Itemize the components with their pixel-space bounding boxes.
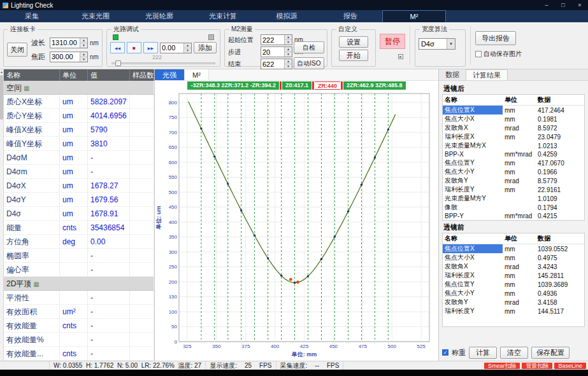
- table-row[interactable]: D4σMum-: [4, 151, 154, 165]
- table-section-row[interactable]: 空间▦: [4, 81, 154, 95]
- results-row[interactable]: 瑞利长度Ymm144.5117: [443, 307, 584, 316]
- step-spinner[interactable]: ▲▼: [284, 47, 292, 57]
- table-row[interactable]: 平滑性-: [4, 291, 154, 305]
- results-tab-数据[interactable]: 数据: [439, 69, 466, 80]
- width-algorithm-select[interactable]: D4σ ▼: [419, 38, 455, 50]
- table-row[interactable]: 有效能量%-: [4, 333, 154, 347]
- stop-button[interactable]: ■: [127, 42, 141, 53]
- table-row[interactable]: 有效能量cnts-: [4, 319, 154, 333]
- results-row[interactable]: 瑞利长度Ymm22.9161: [443, 185, 584, 194]
- status-button-BaseLine[interactable]: BaseLine: [554, 363, 586, 369]
- results-row[interactable]: 焦点大小Ymm0.1966: [443, 167, 584, 176]
- weigh-checkbox[interactable]: ✓: [442, 349, 448, 356]
- results-row[interactable]: 像散0.1794: [443, 203, 584, 212]
- end-pos-value[interactable]: [261, 59, 284, 69]
- clear-button[interactable]: 清空: [500, 347, 528, 359]
- focal-input[interactable]: ▲▼: [50, 52, 88, 62]
- wavelength-value[interactable]: [50, 38, 80, 48]
- step-value[interactable]: [261, 47, 284, 57]
- results-row[interactable]: 发散角Xmrad3.4243: [443, 262, 584, 271]
- results-row[interactable]: 焦点大小Xmm0.4975: [443, 253, 584, 262]
- results-row[interactable]: BPP-Ymm*mrad0.4215: [443, 212, 584, 220]
- end-pos-input[interactable]: ▲▼: [261, 59, 292, 69]
- table-row[interactable]: 能量cnts35436854: [4, 221, 154, 235]
- end-pos-spinner[interactable]: ▲▼: [284, 59, 292, 69]
- results-row[interactable]: 瑞利长度Xmm145.2811: [443, 271, 584, 280]
- results-row[interactable]: 焦点大小Ymm0.4936: [443, 289, 584, 298]
- results-row[interactable]: 发散角Ymrad8.5779: [443, 176, 584, 185]
- chart-tab-M²[interactable]: M²: [185, 69, 209, 80]
- calculate-button[interactable]: 计算: [469, 347, 497, 359]
- table-row[interactable]: 方位角deg0.00: [4, 235, 154, 249]
- menu-tab-光斑轮廓[interactable]: 光斑轮廓: [127, 10, 191, 22]
- results-row[interactable]: 焦点位置Xmm417.2464: [443, 106, 584, 115]
- scroll-up-icon[interactable]: ▲: [0, 70, 3, 74]
- step-forward-button[interactable]: ▶▶: [143, 42, 158, 53]
- wavelength-spinner[interactable]: ▲▼: [80, 38, 87, 48]
- close-icon[interactable]: ×: [571, 0, 588, 10]
- results-tab-计算结果[interactable]: 计算结果: [466, 69, 508, 80]
- results-row[interactable]: 光束质量M方X1.0213: [443, 141, 584, 150]
- step-back-button[interactable]: ◀◀: [110, 42, 125, 53]
- save-config-button[interactable]: 保存配置: [531, 347, 570, 359]
- table-row[interactable]: D4σXum1678.27: [4, 179, 154, 193]
- results-row[interactable]: 焦点位置Ymm1039.3689: [443, 280, 584, 289]
- position-slider[interactable]: [111, 60, 215, 66]
- table-row[interactable]: 有效面积um²-: [4, 305, 154, 319]
- wavelength-input[interactable]: ▲▼: [50, 38, 88, 48]
- spin-up-icon[interactable]: ▲: [183, 43, 191, 48]
- table-row[interactable]: D4σmum-: [4, 165, 154, 179]
- results-row[interactable]: 发散角Ymrad3.4158: [443, 298, 584, 307]
- menu-tab-采集[interactable]: 采集: [0, 10, 64, 22]
- table-row[interactable]: 峰值X坐标um5790: [4, 123, 154, 137]
- table-row[interactable]: 椭圆率-: [4, 249, 154, 263]
- results-row[interactable]: 瑞利长度Xmm23.0479: [443, 132, 584, 141]
- maximize-icon[interactable]: □: [555, 0, 571, 10]
- table-section-row[interactable]: 2D平顶▦: [4, 277, 154, 291]
- focal-value[interactable]: [50, 52, 80, 62]
- table-row[interactable]: 质心Y坐标um4014.6956: [4, 109, 154, 123]
- pause-button[interactable]: 暂停: [380, 34, 405, 49]
- table-row[interactable]: D4σum1678.91: [4, 207, 154, 221]
- auto-save-checkbox[interactable]: [475, 51, 482, 57]
- start-pos-spinner[interactable]: ▲▼: [284, 35, 292, 45]
- chart-tab-光强[interactable]: 光强: [155, 69, 185, 80]
- debug-position-value[interactable]: [161, 43, 183, 53]
- spin-up-icon[interactable]: ▲: [80, 38, 87, 43]
- menu-tab-模拟源[interactable]: 模拟源: [255, 10, 319, 22]
- spin-down-icon[interactable]: ▼: [284, 52, 292, 57]
- spin-up-icon[interactable]: ▲: [284, 59, 292, 64]
- menu-tab-M²[interactable]: M²: [382, 10, 446, 22]
- results-row[interactable]: 焦点位置Xmm1039.0552: [443, 244, 584, 254]
- slider-handle[interactable]: [115, 60, 121, 66]
- disconnect-button[interactable]: 关闭: [7, 43, 27, 57]
- spin-down-icon[interactable]: ▼: [183, 48, 191, 53]
- settings-button[interactable]: 设置: [339, 36, 368, 48]
- menu-tab-报告[interactable]: 报告: [319, 10, 382, 22]
- popout-icon[interactable]: [398, 54, 403, 59]
- table-row[interactable]: D4σYum1679.56: [4, 193, 154, 207]
- export-report-button[interactable]: 导出报告: [475, 31, 516, 45]
- table-row[interactable]: 质心X坐标um5828.2097: [4, 95, 154, 109]
- focal-spinner[interactable]: ▲▼: [80, 52, 87, 62]
- results-row[interactable]: 焦点位置Ymm417.0670: [443, 158, 584, 167]
- scrollbar-thumb[interactable]: [0, 75, 3, 120]
- table-row[interactable]: 偏心率-: [4, 263, 154, 277]
- results-row[interactable]: 光束质量M方Y1.0109: [443, 194, 584, 203]
- spin-up-icon[interactable]: ▲: [80, 52, 87, 57]
- results-row[interactable]: 发散角Xmrad8.5972: [443, 123, 584, 132]
- table-row[interactable]: 峰值Y坐标um3810: [4, 137, 154, 151]
- minimize-icon[interactable]: –: [538, 0, 555, 10]
- start-button[interactable]: 开始: [339, 50, 368, 61]
- spin-down-icon[interactable]: ▼: [80, 57, 87, 62]
- spin-down-icon[interactable]: ▼: [284, 40, 292, 45]
- menu-tab-光束光圈[interactable]: 光束光圈: [64, 10, 127, 22]
- status-button-背景扣除[interactable]: 背景扣除: [522, 363, 552, 369]
- menu-tab-光束计算[interactable]: 光束计算: [191, 10, 255, 22]
- spin-up-icon[interactable]: ▲: [284, 47, 292, 52]
- results-row[interactable]: 焦点大小Xmm0.1981: [443, 115, 584, 123]
- spin-up-icon[interactable]: ▲: [284, 35, 292, 40]
- results-row[interactable]: BPP-Xmm*mrad0.4259: [443, 150, 584, 158]
- add-button[interactable]: 添加: [194, 42, 217, 53]
- start-pos-input[interactable]: ▲▼: [261, 34, 292, 45]
